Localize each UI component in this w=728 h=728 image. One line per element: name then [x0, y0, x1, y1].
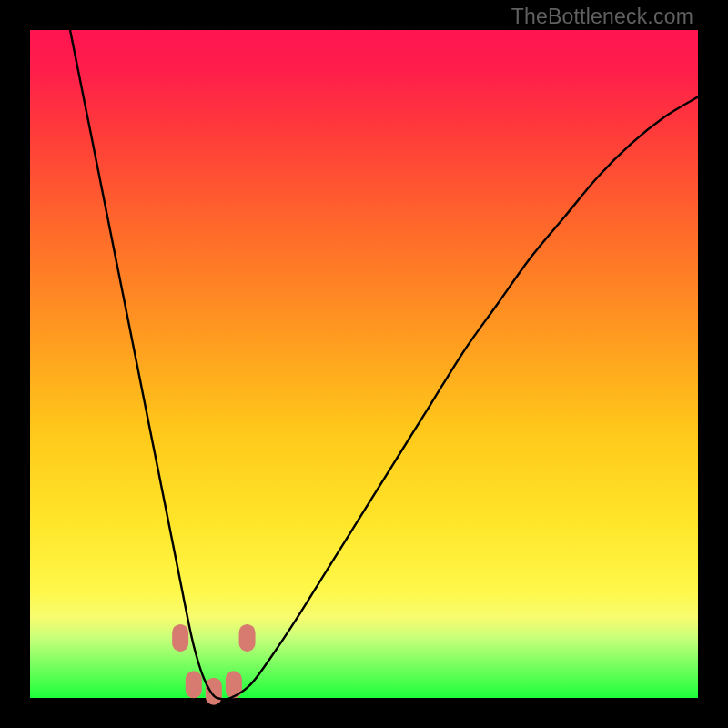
- watermark-text: TheBottleneck.com: [511, 5, 693, 29]
- curve-svg: [30, 30, 698, 698]
- chart-frame: TheBottleneck.com: [0, 0, 728, 728]
- marker: [172, 624, 188, 652]
- marker: [186, 671, 202, 698]
- marker: [239, 624, 256, 652]
- bottleneck-curve: [70, 30, 698, 699]
- plot-area: [30, 30, 698, 698]
- marker: [206, 678, 222, 705]
- markers-group: [172, 624, 255, 705]
